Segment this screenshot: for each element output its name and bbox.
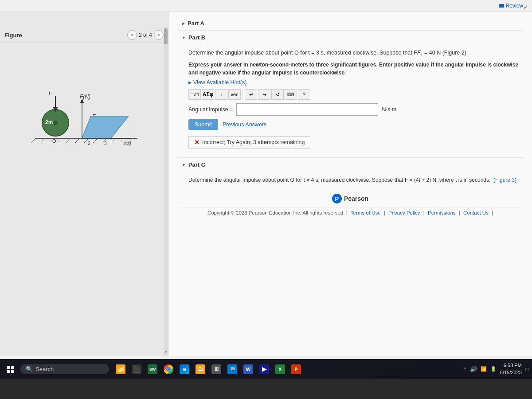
speaker-icon[interactable]: 🔊 [470,366,477,372]
figure-label: Figure [4,32,22,39]
review-icon [499,4,504,8]
refresh-button[interactable]: ↺ [271,89,284,100]
figure-diagram: 2m O F F 1 F(N) t(s) [0,43,168,167]
svg-line-2 [40,138,44,143]
part-c-section: ▼ Part C Determine the angular impulse a… [177,157,523,187]
part-a-section: ▶ Part A [177,16,523,31]
part-c-triangle[interactable]: ▼ [182,163,186,167]
taskbar-edge[interactable]: e [177,362,192,376]
part-b-label[interactable]: Part B [188,34,205,41]
taskbar-media-player[interactable]: ⬛ [129,362,144,376]
svg-point-14 [53,121,58,125]
svg-text:F(N): F(N) [80,94,90,100]
pearson-p-icon: P [332,194,342,203]
svg-text:t(s): t(s) [124,141,131,146]
redo-button[interactable]: ↪ [258,89,270,100]
taskbar-sw-app[interactable]: SW [145,362,160,376]
math-toolbar: □√□ ΑΣφ ↕ vec ↩ ↪ ↺ ⌨ ? [188,89,523,100]
angular-impulse-input[interactable] [236,103,378,116]
part-a-label[interactable]: Part A [188,20,204,27]
system-tray: ^ 🔊 📶 🔋 6:53 PM 5/15/2023 □ [464,362,528,376]
figure-next-button[interactable]: > [154,30,164,40]
error-x-icon: ✕ [194,139,200,146]
error-box: ✕ Incorrect; Try Again; 3 attempts remai… [188,136,310,149]
svg-text:2: 2 [88,141,90,146]
tray-chevron-icon[interactable]: ^ [464,367,466,372]
taskbar-file-explorer[interactable]: 📁 [113,362,128,376]
svg-line-1 [31,138,35,143]
svg-line-11 [120,138,124,143]
battery-icon: 🔋 [490,366,497,372]
svg-text:3: 3 [104,141,107,146]
svg-line-4 [58,138,62,143]
vec-button[interactable]: vec [228,89,241,100]
taskbar-chrome[interactable] [161,362,176,376]
part-a-triangle[interactable]: ▶ [182,21,185,26]
contact-us-link[interactable]: Contact Us [463,210,489,215]
network-icon[interactable]: 📶 [481,366,487,372]
sqrt-button[interactable]: □√□ [188,89,201,100]
part-c-label[interactable]: Part C [188,161,205,168]
terms-of-use-link[interactable]: Terms of Use [351,210,381,215]
part-b-section: ▼ Part B Determine the angular impulse a… [177,31,523,156]
taskbar-powerpoint[interactable]: P [289,362,303,376]
checkmark-icon: ✓ [523,4,528,11]
part-c-figure-ref[interactable]: (Figure 3) [493,177,516,183]
help-button[interactable]: ? [298,89,310,100]
taskbar-excel[interactable]: X [273,362,287,376]
svg-line-6 [75,138,80,143]
footer: Copyright © 2023 Pearson Education Inc. … [177,207,523,218]
search-bar[interactable]: 🔍 Search [20,364,109,374]
taskbar-app-icons: 📁 ⬛ SW e 🗂 ⊞ [113,362,303,376]
keyboard-button[interactable]: ⌨ [285,89,297,100]
submit-row: Submit Previous Answers [188,119,523,130]
footer-copyright: Copyright © 2023 Pearson Education Inc. … [207,210,345,215]
figure-navigation: < 2 of 4 > [127,30,164,40]
search-icon: 🔍 [26,366,33,372]
clock[interactable]: 6:53 PM 5/15/2023 [500,362,522,376]
taskbar-grid-app[interactable]: ⊞ [209,362,223,376]
undo-button[interactable]: ↩ [245,89,257,100]
submit-button[interactable]: Submit [188,119,218,130]
hint-link[interactable]: ▶ View Available Hint(s) [188,79,523,86]
error-message: Incorrect; Try Again; 3 attempts remaini… [202,139,305,145]
privacy-policy-link[interactable]: Privacy Policy [388,210,420,215]
start-button[interactable] [4,362,18,376]
answer-row: Angular impulse = N·s·m [188,103,523,116]
svg-line-5 [66,138,71,143]
svg-text:O: O [52,138,56,144]
svg-line-10 [111,138,115,143]
part-c-question: Determine the angular impulse about poin… [188,176,523,184]
question-text-main: Determine the angular impulse about poin… [188,49,523,58]
search-bar-text: Search [35,366,54,372]
taskbar-media2[interactable]: ▶ [257,362,271,376]
arrows-button[interactable]: ↕ [215,89,227,100]
svg-marker-21 [82,116,129,138]
notification-icon[interactable]: □ [525,366,528,372]
svg-text:2m: 2m [45,119,53,125]
permissions-link[interactable]: Permissions [428,210,456,215]
previous-answers-link[interactable]: Previous Answers [223,121,266,128]
pearson-name: Pearson [344,195,368,202]
figure-prev-button[interactable]: < [127,30,137,40]
svg-line-8 [93,138,98,143]
figure-page-indicator: 2 of 4 [139,32,152,38]
sigma-button[interactable]: ΑΣφ [202,89,214,100]
part-b-triangle[interactable]: ▼ [182,35,186,40]
taskbar-mail[interactable]: ✉ [225,362,239,376]
taskbar: 🔍 Search 📁 ⬛ SW e [0,359,532,379]
pearson-logo: P Pearson [177,194,523,203]
taskbar-files[interactable]: 🗂 [193,362,207,376]
unit-label: N·s·m [382,106,396,113]
taskbar-word[interactable]: W [241,362,255,376]
review-link[interactable]: Review [499,3,523,9]
answer-label: Angular impulse = [188,106,233,113]
svg-text:F: F [49,90,52,96]
question-text-bold: Express your answer in newton-second-met… [188,61,523,77]
